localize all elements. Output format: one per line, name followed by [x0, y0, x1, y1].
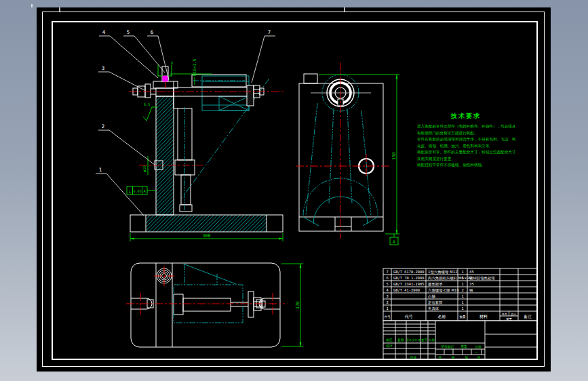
bom-header-name: 名称 [438, 314, 446, 319]
svg-text:3: 3 [386, 294, 388, 298]
tb-weight: 重量 [460, 344, 467, 348]
dim-base-width-text: 300 [203, 233, 211, 239]
bom-row: 7 GB/T 6170-2000 1型六角螺母 M12 1 45 [386, 270, 473, 274]
svg-text:1: 1 [461, 306, 463, 310]
svg-text:GB/T 6170-2000: GB/T 6170-2000 [393, 270, 424, 274]
bom-row: 5 GB/T 2341-1985 菱形把手 1 35 [386, 282, 473, 287]
bom-header-no: 件号 [383, 315, 391, 319]
tech-req-line: 装配前应对零、部件的主要配合尺寸，特别是过盈配合尺寸 [417, 150, 516, 155]
svg-text:菱形把手: 菱形把手 [428, 282, 443, 287]
svg-text:45: 45 [469, 270, 474, 274]
highlighted-part [163, 76, 168, 81]
tb-change-doc: 更改文件号 [406, 338, 421, 342]
tb-sign: 签字 [421, 338, 428, 342]
tech-req-line: 零件在装配前必须清理和清洗干净，不得有毛刺、飞边、氧 [417, 137, 516, 142]
svg-text:1: 1 [99, 167, 102, 173]
svg-text:5: 5 [127, 29, 130, 35]
svg-text:GB/T 70.1-2000: GB/T 70.1-2000 [393, 276, 424, 280]
svg-text:2: 2 [386, 300, 388, 304]
tb-design: 设计 [385, 344, 393, 348]
svg-text:GB/T 41-2000: GB/T 41-2000 [393, 288, 420, 292]
bom-header-remark: 备注 [524, 314, 532, 319]
tech-req-line: 化皮、锈蚀、切屑、油污、着色剂和灰尘等。 [417, 144, 493, 148]
svg-text:定位套筒: 定位套筒 [428, 300, 443, 305]
tb-sheet-no: 第 [465, 356, 469, 359]
svg-text:1: 1 [461, 294, 463, 298]
svg-text:1型六角螺母 M12: 1型六角螺母 M12 [428, 270, 458, 274]
svg-text:2: 2 [102, 123, 105, 129]
dim-plan-depth-text: 170 [295, 301, 300, 309]
fcf-value: 0.05 [133, 189, 141, 193]
svg-text:内六角圆柱头螺钉 M6×20: 内六角圆柱头螺钉 M6×20 [428, 276, 472, 281]
cad-viewport[interactable]: 300 M16×1.5 8 6.3 ⊥ 0.05 A φ10 [0, 0, 588, 381]
paper-area [32, 4, 551, 372]
svg-text:1: 1 [461, 270, 463, 274]
pin-dim-text: φ10 [142, 165, 147, 172]
bom-header-total: 总计 [510, 313, 516, 316]
dim-side-height-text: 150 [391, 152, 397, 160]
svg-text:7: 7 [268, 29, 271, 35]
drawing-sheet: 300 M16×1.5 8 6.3 ⊥ 0.05 A φ10 [0, 0, 588, 381]
svg-text:4: 4 [386, 288, 388, 292]
bom-header-qty: 数量 [459, 315, 466, 319]
svg-text:六角螺母-C级 M10: 六角螺母-C级 M10 [428, 288, 459, 292]
tb-count: 处数 [397, 338, 404, 342]
svg-text:1: 1 [461, 282, 463, 286]
bom-header-code: 代号 [404, 314, 413, 319]
svg-text:4: 4 [102, 29, 106, 35]
thread-callout-text: M16×1.5 [192, 58, 197, 76]
svg-text:35: 35 [469, 282, 474, 286]
svg-text:6: 6 [386, 276, 388, 280]
svg-text:1: 1 [386, 306, 388, 310]
datum-label: A [393, 239, 395, 245]
svg-text:夹具体: 夹具体 [428, 306, 439, 310]
bom-header-material: 材料 [479, 314, 488, 319]
tech-req-line: 及相关精度进行复查。 [416, 157, 455, 161]
bom-row: 6 GB/T 70.1-2000 内六角圆柱头螺钉 M6×20 1 镀锌防蚀色处… [386, 276, 495, 281]
tech-req-line: 装配过程中零件不得磕碰、划伤和锈蚀。 [417, 163, 486, 167]
tb-date: 日期 [429, 338, 434, 342]
tb-sheet-total: 共 [439, 356, 442, 359]
svg-text:3: 3 [102, 65, 105, 71]
svg-text:钢: 钢 [469, 288, 473, 292]
svg-text:2: 2 [461, 288, 463, 292]
base-plate [130, 215, 283, 232]
fcf-symbol: ⊥ [128, 188, 131, 193]
bom-header-unit: 单件 [502, 313, 507, 316]
tech-req-line: 有检验部门的合格证方能进行装配。 [417, 131, 478, 136]
tech-req-line: 进入装配的零件及部件（包括外购件、外协件），均必须具 [417, 124, 516, 129]
clamp-gap-dim: 8 [171, 61, 173, 65]
tech-req-title: 技术要求 [450, 113, 481, 119]
svg-text:1: 1 [461, 300, 463, 304]
svg-text:7: 7 [386, 270, 388, 274]
bom-header-weight: 重量 [506, 317, 512, 321]
svg-text:1: 1 [461, 276, 463, 280]
roughness-value: 6.3 [144, 102, 150, 106]
tb-scale-value: — [475, 350, 478, 354]
svg-text:GB/T 2341-1985: GB/T 2341-1985 [393, 282, 424, 286]
svg-text:镀锌防蚀色处理: 镀锌防蚀色处理 [469, 276, 495, 281]
svg-text:6: 6 [151, 29, 154, 35]
tb-stage: 阶段标记 [442, 344, 454, 349]
svg-text:心轴: 心轴 [427, 294, 435, 299]
svg-text:5: 5 [386, 282, 388, 286]
